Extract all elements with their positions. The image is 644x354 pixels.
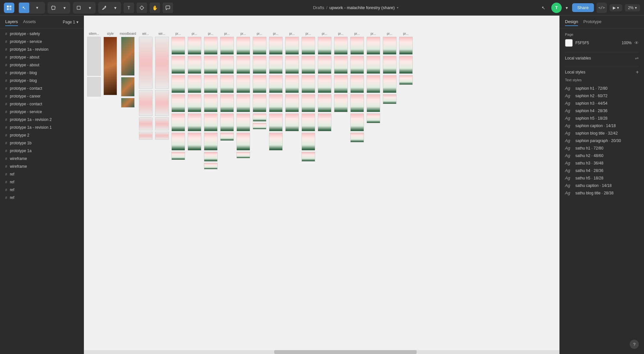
layer-item[interactable]: # prototype - career: [0, 92, 84, 100]
canvas-frame[interactable]: [399, 37, 413, 55]
canvas-frame[interactable]: [350, 75, 364, 93]
components-tool[interactable]: [137, 3, 147, 13]
canvas-frame[interactable]: [121, 98, 135, 108]
canvas-frame[interactable]: [399, 56, 413, 74]
add-style-button[interactable]: +: [636, 70, 639, 75]
canvas-frame[interactable]: [367, 56, 380, 74]
layer-item[interactable]: # prototype 1a - revision 2: [0, 116, 84, 124]
canvas-frame[interactable]: [236, 37, 250, 55]
layer-item[interactable]: # wireframe: [0, 163, 84, 170]
layer-item[interactable]: # ref: [0, 194, 84, 202]
canvas-frame[interactable]: [318, 56, 331, 74]
canvas-frame[interactable]: [236, 94, 250, 112]
canvas-frame[interactable]: [285, 75, 299, 93]
canvas-frame[interactable]: [302, 37, 315, 55]
canvas-frame[interactable]: [155, 117, 169, 130]
layer-item[interactable]: # prototype 1b: [0, 139, 84, 147]
canvas-frame[interactable]: [302, 94, 315, 112]
text-tool[interactable]: T: [124, 3, 134, 13]
page-opacity-value[interactable]: 100%: [622, 41, 632, 45]
move-tool[interactable]: ↖: [19, 3, 29, 13]
canvas-frame[interactable]: [269, 56, 283, 74]
canvas-frame[interactable]: [367, 113, 380, 123]
canvas-frame[interactable]: [367, 37, 380, 55]
canvas-frame[interactable]: [220, 56, 234, 74]
canvas-frame[interactable]: [334, 75, 348, 93]
canvas-frame[interactable]: [171, 75, 185, 93]
breadcrumb-arrow-icon[interactable]: ▾: [397, 6, 398, 9]
share-button[interactable]: Share: [572, 3, 594, 12]
canvas-frame[interactable]: [253, 56, 266, 74]
canvas-frame[interactable]: [302, 152, 315, 162]
move-tool-dropdown[interactable]: ▾: [30, 3, 44, 13]
canvas-frame[interactable]: [302, 75, 315, 93]
canvas-frame[interactable]: [269, 113, 283, 131]
layer-item[interactable]: # prototype - contact: [0, 85, 84, 92]
canvas-frame[interactable]: [302, 56, 315, 74]
layer-item[interactable]: # ref: [0, 178, 84, 186]
avatar[interactable]: T: [551, 3, 562, 13]
layer-item[interactable]: # prototype 1a - revision: [0, 46, 84, 53]
frame-tool-dropdown[interactable]: ▾: [59, 3, 70, 13]
text-style-item[interactable]: Ag saphion h5 · 18/28: [565, 114, 639, 122]
text-style-item[interactable]: Ag sathu h4 · 28/36: [565, 167, 639, 174]
canvas-frame[interactable]: [220, 75, 234, 93]
help-button[interactable]: ?: [630, 340, 639, 349]
canvas-frame[interactable]: [318, 37, 331, 55]
tab-prototype[interactable]: Prototype: [583, 18, 601, 26]
visibility-icon[interactable]: 👁: [634, 40, 639, 46]
canvas-frame[interactable]: [188, 94, 201, 112]
text-style-item[interactable]: Ag saphion paragraph · 20/30: [565, 137, 639, 144]
canvas-frame[interactable]: [285, 37, 299, 55]
text-style-item[interactable]: Ag sathu h1 · 72/80: [565, 144, 639, 152]
canvas-frame[interactable]: [204, 113, 218, 131]
canvas-frame[interactable]: [318, 113, 331, 131]
canvas-frame[interactable]: [350, 133, 364, 142]
canvas-frame[interactable]: [334, 37, 348, 55]
canvas-frame[interactable]: [399, 75, 413, 85]
frame-tool[interactable]: [48, 3, 59, 13]
shape-tool-dropdown[interactable]: ▾: [85, 3, 95, 13]
canvas-frame[interactable]: [139, 37, 153, 89]
canvas-frame[interactable]: [204, 75, 218, 93]
canvas-frame[interactable]: [269, 37, 283, 55]
layer-item[interactable]: # prototype - contact: [0, 100, 84, 108]
layer-item[interactable]: # prototype 1a: [0, 147, 84, 155]
canvas-frame[interactable]: [188, 37, 201, 55]
canvas-frame[interactable]: [204, 56, 218, 74]
canvas-frame[interactable]: [171, 94, 185, 112]
tab-assets[interactable]: Assets: [23, 18, 36, 26]
avatar-dropdown[interactable]: ▾: [564, 3, 570, 13]
layer-item[interactable]: # prototype - about: [0, 61, 84, 69]
canvas-frame[interactable]: [188, 75, 201, 93]
canvas-frame[interactable]: [236, 133, 250, 151]
canvas-frame[interactable]: [285, 113, 299, 131]
hand-tool[interactable]: ✋: [150, 3, 160, 13]
canvas-frame[interactable]: [253, 94, 266, 112]
layer-item[interactable]: # ref: [0, 170, 84, 178]
canvas-frame[interactable]: [269, 75, 283, 93]
layer-item[interactable]: # prototype 1a - revision 1: [0, 124, 84, 131]
canvas-frame[interactable]: [204, 163, 218, 169]
code-view-button[interactable]: </>: [597, 3, 607, 13]
text-style-item[interactable]: Ag saphion h4 · 28/36: [565, 107, 639, 114]
text-style-item[interactable]: Ag saphion caption · 14/18: [565, 122, 639, 129]
canvas-frame[interactable]: [334, 94, 348, 112]
layer-item[interactable]: # ref: [0, 186, 84, 194]
canvas-frame[interactable]: [171, 152, 185, 160]
layer-item[interactable]: # prototype - service: [0, 38, 84, 46]
breadcrumb-project[interactable]: upwork - malachite forestry (share): [329, 5, 395, 10]
canvas-frame[interactable]: [171, 133, 185, 151]
text-style-item[interactable]: Ag saphion blog title · 32/42: [565, 129, 639, 137]
text-style-item[interactable]: Ag sathu h2 · 48/60: [565, 152, 639, 159]
page-color-swatch[interactable]: [565, 39, 573, 47]
canvas-frame[interactable]: [155, 132, 169, 140]
canvas-frame[interactable]: [171, 37, 185, 55]
canvas-frame[interactable]: [383, 94, 396, 104]
canvas-frame[interactable]: [350, 113, 364, 131]
layer-item[interactable]: # prototype - about: [0, 53, 84, 61]
local-variables-icon[interactable]: ⇌: [635, 56, 639, 61]
canvas-frame[interactable]: [155, 90, 169, 116]
canvas-frame[interactable]: [139, 117, 153, 130]
canvas-frame[interactable]: [204, 94, 218, 112]
